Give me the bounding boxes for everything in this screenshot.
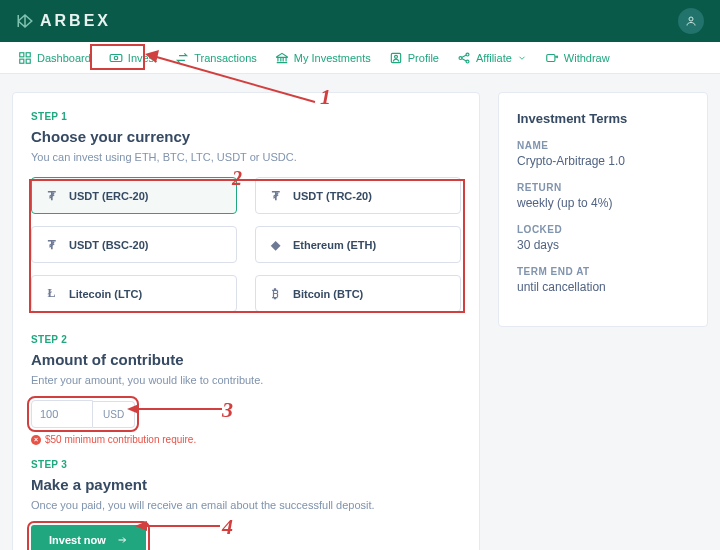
- step1-desc: You can invest using ETH, BTC, LTC, USDT…: [31, 151, 461, 163]
- step3-label: STEP 3: [31, 459, 461, 470]
- currency-option-btc[interactable]: ₿ Bitcoin (BTC): [255, 275, 461, 312]
- bank-icon: [275, 51, 289, 65]
- button-label: Invest now: [49, 534, 106, 546]
- currency-label: USDT (TRC-20): [293, 190, 372, 202]
- litecoin-icon: Ł: [44, 286, 59, 301]
- terms-title: Investment Terms: [517, 111, 689, 126]
- svg-point-6: [114, 56, 118, 60]
- svg-rect-12: [547, 54, 555, 61]
- chevron-down-icon: [517, 53, 527, 63]
- currency-option-eth[interactable]: ◆ Ethereum (ETH): [255, 226, 461, 263]
- term-return-label: RETURN: [517, 182, 689, 193]
- nav-label: Affiliate: [476, 52, 512, 64]
- svg-rect-3: [20, 59, 24, 63]
- nav-label: Withdraw: [564, 52, 610, 64]
- brand-text: ARBEX: [40, 12, 111, 30]
- currency-label: Litecoin (LTC): [69, 288, 142, 300]
- currency-option-usdt-trc20[interactable]: ₮ USDT (TRC-20): [255, 177, 461, 214]
- currency-option-usdt-erc20[interactable]: ₮ USDT (ERC-20): [31, 177, 237, 214]
- nav-label: My Investments: [294, 52, 371, 64]
- svg-rect-4: [26, 59, 30, 63]
- amount-unit: USD: [93, 401, 135, 428]
- grid-icon: [18, 51, 32, 65]
- currency-option-usdt-bsc20[interactable]: ₮ USDT (BSC-20): [31, 226, 237, 263]
- withdraw-icon: [545, 51, 559, 65]
- tether-icon: ₮: [44, 237, 59, 252]
- nav-transactions[interactable]: Transactions: [167, 45, 265, 71]
- term-return-value: weekly (up to 4%): [517, 196, 689, 210]
- tether-icon: ₮: [268, 188, 283, 203]
- step3-title: Make a payment: [31, 476, 461, 493]
- investment-terms-card: Investment Terms NAME Crypto-Arbitrage 1…: [498, 92, 708, 327]
- currency-label: Ethereum (ETH): [293, 239, 376, 251]
- svg-point-0: [689, 17, 693, 21]
- term-name-label: NAME: [517, 140, 689, 151]
- hint-text: $50 minimum contribution require.: [45, 434, 196, 445]
- term-name-value: Crypto-Arbitrage 1.0: [517, 154, 689, 168]
- nav-bar: Dashboard Invest Transactions My Investm…: [0, 42, 720, 74]
- cash-icon: [109, 51, 123, 65]
- annotation-number-2: 2: [232, 167, 242, 190]
- step2-desc: Enter your amount, you would like to con…: [31, 374, 461, 386]
- annotation-number-1: 1: [320, 84, 331, 110]
- term-termend-value: until cancellation: [517, 280, 689, 294]
- step3-desc: Once you paid, you will receive an email…: [31, 499, 461, 511]
- nav-my-investments[interactable]: My Investments: [267, 45, 379, 71]
- nav-affiliate[interactable]: Affiliate: [449, 45, 535, 71]
- nav-dashboard[interactable]: Dashboard: [10, 45, 99, 71]
- ethereum-icon: ◆: [268, 237, 283, 252]
- step2-title: Amount of contribute: [31, 351, 461, 368]
- user-avatar[interactable]: [678, 8, 704, 34]
- error-icon: ×: [31, 435, 41, 445]
- svg-point-8: [394, 55, 397, 58]
- currency-label: USDT (BSC-20): [69, 239, 148, 251]
- currency-label: Bitcoin (BTC): [293, 288, 363, 300]
- nav-label: Invest: [128, 52, 157, 64]
- brand: ARBEX: [16, 12, 111, 30]
- invest-now-button[interactable]: Invest now: [31, 525, 146, 550]
- tether-icon: ₮: [44, 188, 59, 203]
- top-bar: ARBEX: [0, 0, 720, 42]
- step1-label: STEP 1: [31, 111, 461, 122]
- brand-logo-icon: [16, 12, 34, 30]
- annotation-number-3: 3: [222, 397, 233, 423]
- svg-rect-2: [26, 52, 30, 56]
- invest-card: STEP 1 Choose your currency You can inve…: [12, 92, 480, 550]
- nav-label: Dashboard: [37, 52, 91, 64]
- svg-rect-1: [20, 52, 24, 56]
- nav-invest[interactable]: Invest: [101, 45, 165, 71]
- currency-grid: ₮ USDT (ERC-20) ₮ USDT (TRC-20) ₮ USDT (…: [31, 177, 461, 312]
- term-locked-value: 30 days: [517, 238, 689, 252]
- annotation-number-4: 4: [222, 514, 233, 540]
- currency-label: USDT (ERC-20): [69, 190, 148, 202]
- term-termend-label: TERM END AT: [517, 266, 689, 277]
- nav-profile[interactable]: Profile: [381, 45, 447, 71]
- user-icon: [685, 15, 697, 27]
- term-locked-label: LOCKED: [517, 224, 689, 235]
- profile-icon: [389, 51, 403, 65]
- bitcoin-icon: ₿: [268, 286, 283, 301]
- step1-title: Choose your currency: [31, 128, 461, 145]
- step2-label: STEP 2: [31, 334, 461, 345]
- nav-label: Profile: [408, 52, 439, 64]
- min-hint: × $50 minimum contribution require.: [31, 434, 461, 445]
- currency-option-ltc[interactable]: Ł Litecoin (LTC): [31, 275, 237, 312]
- svg-rect-5: [110, 54, 122, 61]
- nav-label: Transactions: [194, 52, 257, 64]
- swap-icon: [175, 51, 189, 65]
- nav-withdraw[interactable]: Withdraw: [537, 45, 618, 71]
- amount-input[interactable]: [31, 400, 93, 428]
- arrow-right-icon: [116, 534, 128, 546]
- share-icon: [457, 51, 471, 65]
